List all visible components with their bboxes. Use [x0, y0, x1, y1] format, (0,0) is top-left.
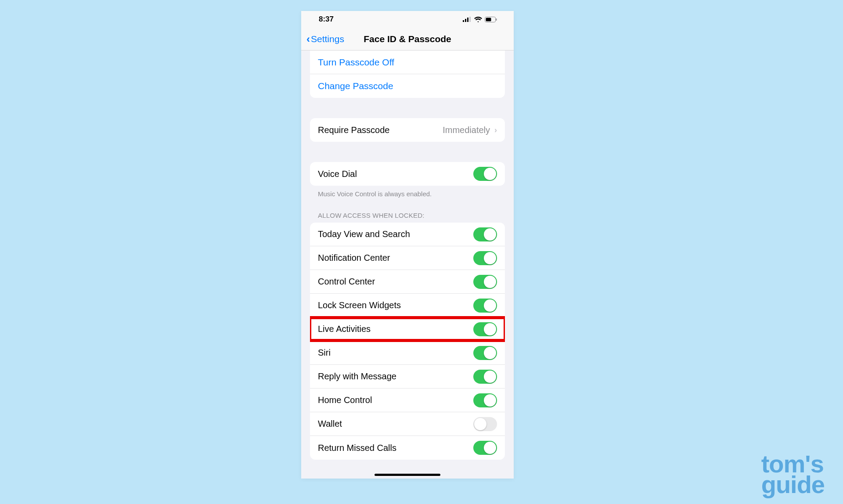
locked-access-label: Siri [318, 348, 331, 358]
locked-access-toggle[interactable] [473, 370, 497, 384]
svg-rect-3 [469, 17, 471, 22]
locked-access-toggle[interactable] [473, 441, 497, 455]
locked-access-row: Reply with Message [310, 365, 505, 389]
voice-dial-row: Voice Dial [310, 162, 505, 186]
navigation-bar: ‹ Settings Face ID & Passcode [301, 28, 514, 50]
back-button[interactable]: ‹ Settings [301, 34, 344, 44]
passcode-actions-group: Turn Passcode Off Change Passcode [310, 50, 505, 98]
svg-rect-2 [467, 18, 468, 22]
locked-access-label: Lock Screen Widgets [318, 300, 401, 310]
change-passcode-label: Change Passcode [318, 81, 393, 91]
locked-access-toggle[interactable] [473, 227, 497, 241]
svg-rect-5 [486, 18, 491, 21]
locked-access-toggle[interactable] [473, 299, 497, 313]
turn-passcode-off-label: Turn Passcode Off [318, 57, 394, 68]
locked-access-label: Home Control [318, 395, 372, 405]
back-label: Settings [311, 34, 344, 44]
locked-access-header: ALLOW ACCESS WHEN LOCKED: [301, 198, 514, 223]
status-icons [463, 17, 497, 22]
locked-access-group: Today View and SearchNotification Center… [310, 223, 505, 460]
locked-access-toggle[interactable] [473, 322, 497, 336]
settings-content: Turn Passcode Off Change Passcode Requir… [301, 50, 514, 460]
svg-rect-1 [465, 19, 466, 22]
locked-access-toggle[interactable] [473, 417, 497, 431]
wifi-icon [474, 17, 482, 22]
locked-access-row: Live Activities [310, 317, 505, 341]
locked-access-row: Wallet [310, 412, 505, 436]
battery-icon [485, 17, 497, 22]
locked-access-toggle[interactable] [473, 393, 497, 407]
watermark-line2: guide [761, 474, 825, 495]
locked-access-label: Notification Center [318, 253, 390, 263]
locked-access-label: Live Activities [318, 324, 371, 334]
locked-access-toggle[interactable] [473, 251, 497, 265]
chevron-right-icon: › [494, 126, 497, 135]
watermark-logo: tom's guide [761, 454, 825, 495]
watermark-line1: tom's [761, 454, 825, 475]
locked-access-label: Reply with Message [318, 371, 396, 382]
locked-access-row: Control Center [310, 270, 505, 294]
locked-access-row: Today View and Search [310, 223, 505, 246]
locked-access-label: Today View and Search [318, 229, 410, 239]
locked-access-row: Lock Screen Widgets [310, 294, 505, 317]
voice-dial-group: Voice Dial [310, 162, 505, 186]
require-passcode-value: Immediately [443, 125, 490, 135]
require-passcode-group: Require Passcode Immediately › [310, 118, 505, 142]
locked-access-row: Return Missed Calls [310, 436, 505, 460]
voice-dial-label: Voice Dial [318, 169, 357, 179]
locked-access-row: Siri [310, 341, 505, 365]
locked-access-label: Wallet [318, 419, 342, 429]
status-time: 8:37 [319, 15, 334, 24]
voice-dial-footer: Music Voice Control is always enabled. [301, 186, 514, 198]
status-bar: 8:37 [301, 11, 514, 28]
phone-frame: 8:37 ‹ Settings Face ID & Passcode Turn … [301, 11, 514, 479]
voice-dial-toggle[interactable] [473, 167, 497, 181]
svg-rect-6 [496, 18, 497, 21]
home-indicator[interactable] [375, 474, 440, 476]
require-passcode-row[interactable]: Require Passcode Immediately › [310, 118, 505, 142]
cellular-signal-icon [463, 17, 472, 22]
locked-access-label: Return Missed Calls [318, 443, 396, 453]
chevron-left-icon: ‹ [306, 34, 310, 44]
svg-rect-0 [463, 20, 464, 22]
locked-access-row: Notification Center [310, 246, 505, 270]
locked-access-toggle[interactable] [473, 346, 497, 360]
change-passcode-button[interactable]: Change Passcode [310, 74, 505, 98]
require-passcode-label: Require Passcode [318, 125, 389, 135]
locked-access-row: Home Control [310, 389, 505, 412]
locked-access-toggle[interactable] [473, 275, 497, 289]
turn-passcode-off-button[interactable]: Turn Passcode Off [310, 50, 505, 74]
locked-access-label: Control Center [318, 277, 375, 287]
